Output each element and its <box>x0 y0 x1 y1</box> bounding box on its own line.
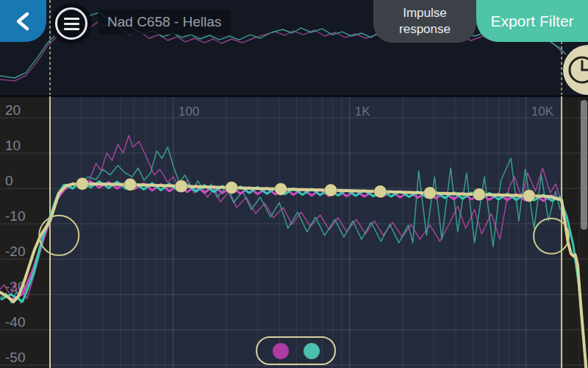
impulse-response-button[interactable]: Impulse response <box>373 0 476 43</box>
y-axis-label: -50 <box>5 350 25 365</box>
y-axis-label: -40 <box>5 314 25 330</box>
y-axis-label: -10 <box>5 208 25 224</box>
response-chart[interactable]: 20100-10-20-30-40-501001K10K <box>0 0 588 368</box>
target-handle-dot[interactable] <box>473 188 485 201</box>
back-chevron-icon <box>12 9 35 34</box>
y-axis-label: 20 <box>5 102 21 118</box>
left-channel-toggle-dot[interactable] <box>273 343 289 359</box>
hamburger-icon <box>55 7 87 40</box>
right-channel-toggle-dot[interactable] <box>304 343 320 359</box>
target-handle-dot[interactable] <box>275 183 287 195</box>
y-axis-label: 0 <box>5 173 13 188</box>
target-handle-dot[interactable] <box>324 184 337 197</box>
target-handle-dot[interactable] <box>423 187 436 199</box>
impulse-response-label: Impulse response <box>390 5 460 38</box>
back-button[interactable] <box>0 0 46 42</box>
y-axis-label: 10 <box>5 138 21 153</box>
x-axis-label: 10K <box>531 105 554 118</box>
filter-band-region <box>50 96 562 368</box>
x-axis-label: 1K <box>355 105 370 118</box>
x-axis-label: 100 <box>179 105 199 118</box>
target-handle-dot[interactable] <box>523 190 535 202</box>
history-button[interactable] <box>563 45 588 95</box>
channel-legend <box>256 336 336 365</box>
menu-button[interactable] <box>51 3 92 44</box>
target-handle-dot[interactable] <box>175 180 187 193</box>
y-axis-label: -20 <box>5 244 25 259</box>
room-correction-app: 20100-10-20-30-40-501001K10K Nad C658 - … <box>0 0 588 368</box>
target-handle-dot[interactable] <box>124 178 137 191</box>
panel-divider <box>0 95 588 97</box>
export-filter-label: Export Filter <box>490 13 573 30</box>
export-filter-button[interactable]: Export Filter <box>476 0 588 42</box>
page-title: Nad C658 - Hellas <box>98 10 231 35</box>
target-handle-dot[interactable] <box>76 177 88 190</box>
target-handle-dot[interactable] <box>226 182 238 194</box>
target-handle-dot[interactable] <box>374 185 387 198</box>
clock-icon <box>563 45 588 95</box>
chart-scrollbar-thumb[interactable] <box>581 100 587 230</box>
